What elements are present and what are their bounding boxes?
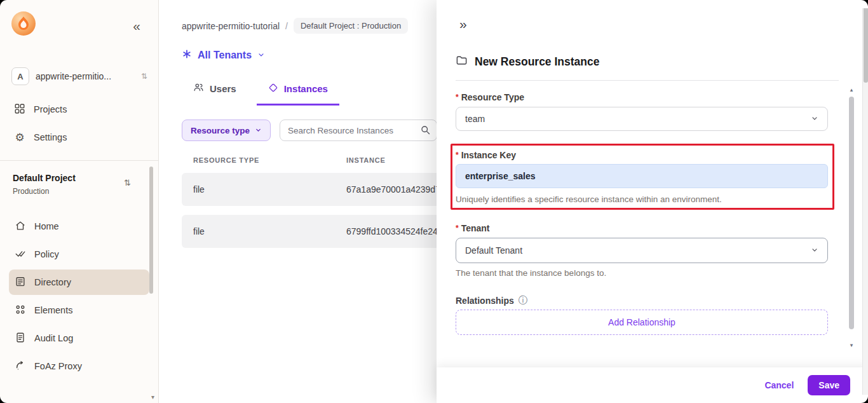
- sidebar-item-policy[interactable]: Policy: [9, 242, 149, 267]
- permit-logo-icon[interactable]: [11, 11, 36, 36]
- info-icon[interactable]: ⓘ: [519, 295, 527, 306]
- sidebar-item-label: Audit Log: [34, 333, 73, 343]
- required-marker: *: [456, 223, 459, 234]
- search-resource-instances: [280, 120, 437, 141]
- window-corner: [0, 0, 8, 8]
- new-resource-instance-drawer: » New Resource Instance * Resource Type …: [437, 0, 868, 403]
- tenant-select[interactable]: Default Tenant: [456, 238, 828, 263]
- sidebar-item-foaz-proxy[interactable]: FoAz Proxy: [9, 353, 149, 379]
- sidebar-scrollbar[interactable]: [149, 167, 153, 294]
- cancel-button[interactable]: Cancel: [764, 380, 794, 390]
- diamond-icon: [268, 83, 278, 95]
- cell-instance: 67a1a9e70001a4239d7: [346, 184, 440, 195]
- workspace-avatar: A: [11, 67, 29, 85]
- add-relationship-button[interactable]: Add Relationship: [456, 310, 828, 335]
- cell-resource-type: file: [193, 226, 346, 236]
- resource-type-value: team: [465, 114, 485, 124]
- users-icon: [193, 82, 204, 95]
- sidebar-item-directory[interactable]: Directory: [9, 270, 149, 295]
- instance-key-input[interactable]: [456, 164, 828, 188]
- drawer-divider: [456, 80, 839, 81]
- tenant-value: Default Tenant: [465, 245, 522, 256]
- sidebar: « A appwrite-permitio... ⇅ Projects ⚙ Se…: [0, 0, 159, 403]
- tab-instances[interactable]: Instances: [257, 74, 339, 106]
- sidebar-item-audit-log[interactable]: Audit Log: [9, 325, 149, 351]
- drawer-scrollbar[interactable]: ▴ ▾: [848, 86, 855, 348]
- environment-name: Production: [13, 187, 142, 196]
- page-scrollbar[interactable]: ▾: [862, 0, 868, 403]
- search-input[interactable]: [280, 120, 437, 141]
- cell-resource-type: file: [193, 184, 346, 195]
- folder-icon: [456, 54, 468, 69]
- resource-type-label: * Resource Type: [456, 92, 524, 103]
- audit-log-icon: [15, 332, 26, 345]
- sidebar-item-label: Settings: [34, 132, 67, 142]
- resource-type-select[interactable]: team: [456, 107, 828, 131]
- scroll-up-icon[interactable]: ▴: [848, 86, 855, 93]
- drawer-scroll-thumb[interactable]: [849, 97, 854, 329]
- elements-icon: [15, 304, 26, 317]
- window-corner: [860, 395, 868, 403]
- chevron-down-icon: [811, 114, 818, 124]
- required-marker: *: [456, 92, 459, 103]
- page-scroll-thumb[interactable]: [864, 0, 868, 83]
- breadcrumb-context-pill[interactable]: Default Project : Production: [294, 18, 408, 34]
- foaz-proxy-icon: [15, 360, 26, 373]
- tenant-label: * Tenant: [456, 223, 490, 234]
- save-button[interactable]: Save: [808, 375, 850, 395]
- cell-instance: 6799ffd100334524fe24: [346, 226, 438, 236]
- sidebar-item-label: Home: [34, 221, 59, 231]
- sidebar-item-settings[interactable]: ⚙ Settings: [0, 123, 158, 151]
- project-name: Default Project: [13, 173, 142, 183]
- asterisk-tenants-icon: [182, 49, 192, 62]
- scroll-down-icon[interactable]: ▾: [848, 342, 855, 348]
- chevron-down-icon: [255, 126, 262, 135]
- tab-label: Instances: [284, 83, 328, 94]
- sidebar-item-label: FoAz Proxy: [34, 361, 82, 371]
- window-corner: [860, 0, 868, 8]
- projects-grid-icon: [14, 103, 25, 116]
- relationships-label: Relationships ⓘ: [456, 295, 527, 306]
- sidebar-item-projects[interactable]: Projects: [0, 95, 158, 123]
- workspace-selector[interactable]: A appwrite-permitio... ⇅: [11, 67, 147, 85]
- project-environment-switcher[interactable]: Default Project Production ⇅: [13, 173, 142, 196]
- tenant-filter-label: All Tenants: [198, 50, 252, 61]
- breadcrumb-workspace[interactable]: appwrite-permitio-tutorial: [182, 21, 280, 31]
- sidebar-scroll-down-icon[interactable]: ▾: [151, 393, 154, 400]
- column-header-instance: INSTANCE: [346, 156, 386, 164]
- search-icon: [420, 125, 431, 138]
- environment-swap-icon: ⇅: [124, 178, 131, 188]
- drawer-footer: Cancel Save: [437, 367, 868, 403]
- sidebar-divider: [0, 160, 158, 161]
- sidebar-collapse-icon[interactable]: «: [133, 19, 140, 32]
- tenant-helper: The tenant that the instance belongs to.: [456, 268, 606, 278]
- tab-users[interactable]: Users: [182, 74, 248, 106]
- chevron-down-icon: [811, 245, 818, 256]
- breadcrumb-separator: /: [285, 21, 288, 31]
- sidebar-item-elements[interactable]: Elements: [9, 297, 149, 323]
- home-icon: [15, 220, 26, 233]
- sidebar-item-label: Directory: [34, 277, 71, 287]
- instance-key-label: * Instance Key: [456, 150, 516, 161]
- tab-label: Users: [210, 83, 236, 94]
- window-corner: [0, 395, 8, 403]
- resource-type-filter-button[interactable]: Resource type: [182, 120, 271, 141]
- drawer-collapse-icon[interactable]: »: [459, 17, 467, 32]
- sidebar-item-label: Projects: [34, 104, 67, 114]
- gear-icon: ⚙: [14, 131, 25, 144]
- workspace-sort-icon: ⇅: [141, 72, 147, 81]
- directory-icon: [15, 276, 26, 289]
- drawer-title: New Resource Instance: [475, 55, 599, 69]
- column-header-resource-type: RESOURCE TYPE: [193, 156, 346, 164]
- sidebar-item-label: Elements: [34, 305, 72, 315]
- required-marker: *: [456, 150, 459, 161]
- instance-key-helper: Uniquely identifies a specific resource …: [456, 195, 722, 204]
- chevron-down-icon: [257, 50, 265, 61]
- sidebar-item-label: Policy: [34, 249, 59, 259]
- resource-type-filter-label: Resource type: [191, 126, 250, 135]
- workspace-name: appwrite-permitio...: [36, 71, 135, 81]
- policy-icon: [15, 248, 26, 261]
- sidebar-item-home[interactable]: Home: [9, 214, 149, 239]
